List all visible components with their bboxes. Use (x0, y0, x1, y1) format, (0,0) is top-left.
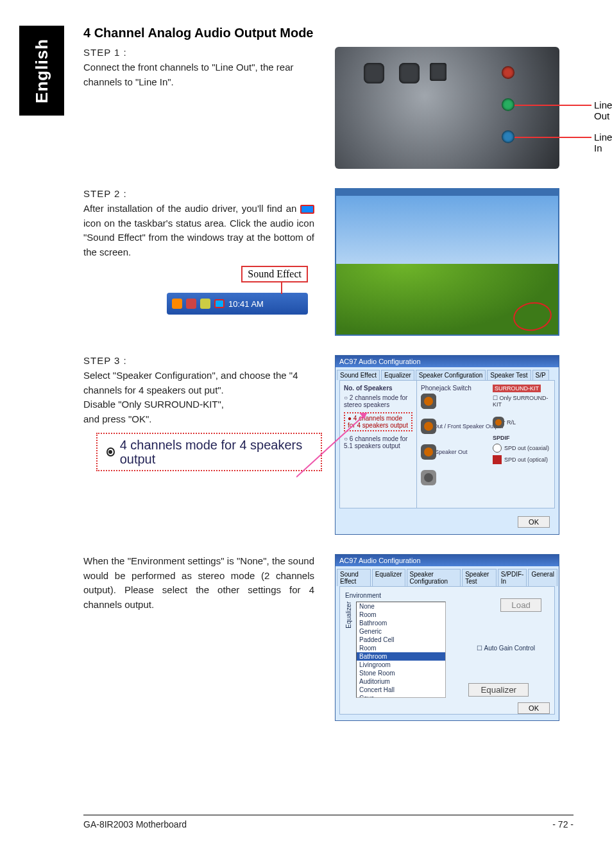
radio-selected-icon (106, 447, 115, 456)
env-window-title: AC97 Audio Configuration (336, 555, 559, 566)
four-channel-callout: 4 channels mode for 4 speakers output (96, 433, 322, 471)
spd-opt-label: SPD out (optical) (504, 456, 548, 463)
line-in-label: Line In (594, 132, 612, 153)
env-equalizer-side-label: Equalizer (345, 602, 352, 629)
footer-page-number: - 72 - (552, 819, 574, 829)
env-tab-equalizer[interactable]: Equalizer (372, 569, 405, 586)
step3-label: STEP 3 : (83, 355, 322, 366)
environment-list[interactable]: None Room Bathroom Generic Padded Cell R… (356, 602, 446, 698)
env-ok-button[interactable]: OK (518, 702, 550, 714)
list-item[interactable]: Room (357, 644, 445, 652)
list-item[interactable]: Cave (357, 694, 445, 698)
window-title: AC97 Audio Configuration (336, 356, 559, 367)
list-item[interactable]: Padded Cell (357, 636, 445, 644)
taskbar-image: 10:41 AM (167, 293, 308, 315)
list-item[interactable]: Auditorium (357, 677, 445, 686)
only-surround-check[interactable]: ☐ Only SURROUND-KIT (493, 395, 550, 408)
list-item[interactable]: Concert Hall (357, 686, 445, 694)
env-paragraph: When the "Environment settings" is "None… (83, 554, 314, 612)
tab-spdif[interactable]: S/P (532, 370, 549, 380)
spd-coax-icon (493, 444, 502, 453)
env-tab-spdif-in[interactable]: S/PDIF-In (498, 569, 527, 586)
step3-body2: Disable "Only SURROUND-KIT", (83, 397, 314, 412)
sound-effect-icon (300, 205, 314, 214)
step1-body: Connect the front channels to "Line Out"… (83, 60, 314, 89)
env-tab-speaker-config[interactable]: Speaker Configuration (407, 569, 461, 586)
svg-line-0 (296, 413, 367, 477)
tray-audio-icon (214, 299, 225, 308)
env-window-tabs: Sound Effect Equalizer Speaker Configura… (336, 566, 559, 586)
line-out-pointer (514, 105, 591, 106)
step2-label: STEP 2 : (83, 188, 322, 199)
env-tab-speaker-test[interactable]: Speaker Test (462, 569, 497, 586)
sound-effect-callout: Sound Effect (241, 266, 308, 282)
rear-rl-icon (493, 417, 504, 428)
window-tabs: Sound Effect Equalizer Speaker Configura… (336, 367, 559, 380)
auto-gain-checkbox[interactable]: ☐ Auto Gain Control (477, 645, 535, 652)
desktop-screenshot (335, 188, 559, 336)
list-item[interactable]: Room (357, 611, 445, 619)
tab-speaker-config[interactable]: Speaker Configuration (416, 370, 486, 380)
rear-out-icon (421, 444, 436, 460)
front-speaker-icon-2 (421, 394, 436, 409)
list-item[interactable]: Stone Room (357, 669, 445, 677)
mic-icon (421, 470, 436, 485)
tab-sound-effect[interactable]: Sound Effect (337, 370, 380, 380)
step3-body1: Select "Speaker Configuration", and choo… (83, 369, 314, 397)
list-item[interactable]: Bathroom (357, 619, 445, 627)
env-tab-sound-effect[interactable]: Sound Effect (337, 569, 371, 586)
step2-body: After installation of the audio driver, … (83, 202, 314, 259)
step1-label: STEP 1 : (83, 47, 322, 58)
list-item[interactable]: None (357, 602, 445, 611)
spd-coax-label: SPD out (coaxial) (504, 445, 549, 451)
language-tab-label: English (32, 39, 52, 103)
environment-window: AC97 Audio Configuration Sound Effect Eq… (335, 554, 559, 721)
step3-body3: and press "OK". (83, 412, 314, 427)
surround-kit-chip: SURROUND-KIT (493, 385, 541, 392)
spdif-label: SPDIF (493, 435, 550, 441)
language-tab: English (19, 26, 64, 116)
tab-equalizer[interactable]: Equalizer (381, 370, 414, 380)
no-of-speakers-label: No. of Speakers (344, 385, 412, 392)
list-item[interactable]: Bathroom (357, 652, 445, 661)
list-item[interactable]: Generic (357, 627, 445, 636)
spd-opt-icon (493, 455, 502, 464)
line-out-label: Line Out (594, 100, 612, 121)
tab-speaker-test[interactable]: Speaker Test (487, 370, 531, 380)
line-in-pointer (514, 137, 591, 138)
tray-time: 10:41 AM (228, 299, 264, 309)
leader-line (296, 406, 373, 483)
rear-speaker-icon (421, 419, 436, 434)
ok-button[interactable]: OK (518, 516, 550, 528)
load-button[interactable]: Load (500, 598, 541, 612)
step2-body-post: icon on the taskbar's status area. Click… (83, 218, 314, 257)
equalizer-button[interactable]: Equalizer (468, 683, 529, 697)
step2-body-pre: After installation of the audio driver, … (83, 203, 300, 214)
env-tab-general[interactable]: General (528, 569, 557, 586)
section-title: 4 Channel Analog Audio Output Mode (83, 26, 574, 40)
footer-left: GA-8IR2003 Motherboard (83, 819, 187, 829)
four-channel-callout-label: 4 channels mode for 4 speakers output (120, 438, 312, 466)
io-panel-image (335, 47, 559, 169)
list-item[interactable]: Livingroom (357, 661, 445, 669)
